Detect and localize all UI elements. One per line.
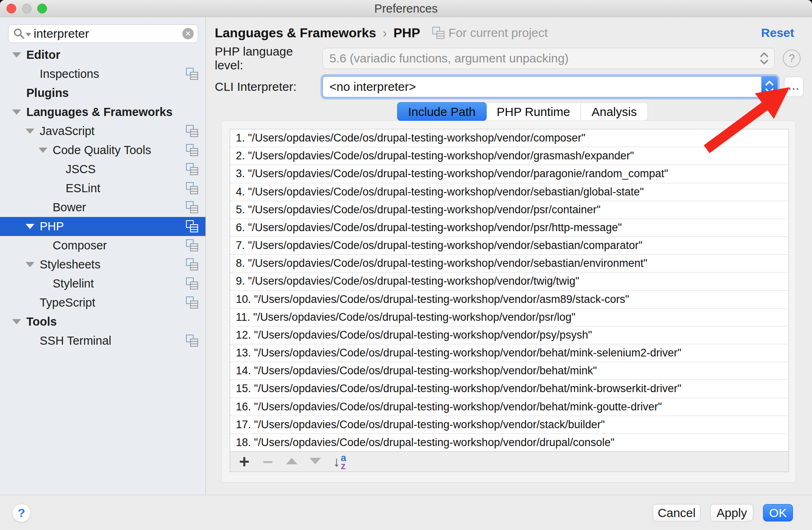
sidebar-item-editor[interactable]: Editor (0, 45, 205, 64)
sidebar-item-tools[interactable]: Tools (0, 312, 205, 331)
include-path-row[interactable]: 14. "/Users/opdavies/Code/os/drupal-test… (230, 362, 788, 380)
sidebar-item-label: JSCS (66, 160, 96, 179)
breadcrumb-root[interactable]: Languages & Frameworks (215, 26, 376, 41)
sidebar-item-label: Stylelint (53, 274, 94, 293)
content-header: Languages & Frameworks › PHP For current… (215, 24, 794, 41)
include-path-row[interactable]: 15. "/Users/opdavies/Code/os/drupal-test… (230, 380, 788, 398)
cli-interpreter-value: <no interpreter> (329, 80, 416, 94)
sidebar-item-stylelint[interactable]: Stylelint (0, 274, 205, 293)
sidebar-item-typescript[interactable]: TypeScript (0, 293, 205, 312)
sidebar-item-label: Composer (53, 236, 107, 255)
tab-include-path[interactable]: Include Path (397, 102, 487, 121)
include-path-row[interactable]: 18. "/Users/opdavies/Code/os/drupal-test… (230, 434, 788, 451)
sidebar-item-label: ESLint (66, 179, 100, 198)
sidebar-item-label: PHP (40, 217, 64, 236)
cli-interpreter-row: CLI Interpreter: <no interpreter> ... (215, 75, 803, 99)
include-path-row[interactable]: 12. "/Users/opdavies/Code/os/drupal-test… (230, 326, 788, 344)
language-level-value: 5.6 (variadic functions, argument unpack… (329, 51, 758, 65)
list-toolbar: + − ↓ a z (230, 451, 788, 472)
sidebar-item-code-quality-tools[interactable]: Code Quality Tools (0, 141, 205, 160)
settings-sidebar: ✕ EditorInspectionsPluginsLanguages & Fr… (0, 17, 206, 495)
include-path-row[interactable]: 13. "/Users/opdavies/Code/os/drupal-test… (230, 344, 788, 362)
per-project-settings-icon (186, 163, 198, 175)
disclosure-triangle-icon[interactable] (26, 262, 34, 267)
disclosure-triangle-icon[interactable] (26, 224, 34, 229)
include-path-row[interactable]: 3. "/Users/opdavies/Code/os/drupal-testi… (230, 165, 788, 183)
stepper-icon (761, 76, 778, 97)
move-up-icon[interactable] (286, 458, 297, 464)
footer-bar: ? Cancel Apply OK (0, 495, 812, 530)
per-project-settings-icon (186, 68, 198, 80)
php-settings-tabs: Include Path PHP Runtime Analysis (397, 102, 648, 121)
window-title: Preferences (0, 0, 812, 17)
language-level-label: PHP language level: (215, 45, 323, 72)
remove-path-icon[interactable]: − (263, 453, 286, 471)
sidebar-item-label: Code Quality Tools (53, 141, 151, 160)
sidebar-item-ssh-terminal[interactable]: SSH Terminal (0, 331, 205, 350)
include-path-panel: 1. "/Users/opdavies/Code/os/drupal-testi… (221, 120, 796, 483)
sidebar-item-plugins[interactable]: Plugins (0, 84, 205, 103)
sidebar-item-stylesheets[interactable]: Stylesheets (0, 255, 205, 274)
sidebar-item-composer[interactable]: Composer (0, 236, 205, 255)
ok-button[interactable]: OK (763, 504, 793, 521)
disclosure-triangle-icon[interactable] (12, 319, 21, 324)
include-path-row[interactable]: 2. "/Users/opdavies/Code/os/drupal-testi… (230, 147, 788, 165)
scope-indicator: For current project (432, 26, 548, 40)
sidebar-item-bower[interactable]: Bower (0, 198, 205, 217)
sidebar-item-php[interactable]: PHP (0, 217, 205, 236)
include-path-row[interactable]: 16. "/Users/opdavies/Code/os/drupal-test… (230, 398, 788, 416)
include-path-row[interactable]: 11. "/Users/opdavies/Code/os/drupal-test… (230, 309, 788, 326)
tab-php-runtime[interactable]: PHP Runtime (486, 102, 581, 121)
disclosure-triangle-icon[interactable] (12, 109, 21, 115)
search-options-caret-icon[interactable] (26, 33, 31, 36)
add-path-icon[interactable]: + (239, 453, 263, 471)
sidebar-item-label: Tools (26, 312, 57, 331)
apply-button[interactable]: Apply (710, 504, 753, 521)
include-path-row[interactable]: 7. "/Users/opdavies/Code/os/drupal-testi… (230, 237, 788, 255)
per-project-settings-icon (186, 144, 198, 156)
reset-link[interactable]: Reset (761, 24, 794, 41)
search-icon (13, 28, 25, 39)
per-project-settings-icon (186, 125, 198, 137)
sidebar-item-label: Stylesheets (40, 255, 100, 274)
sidebar-item-label: SSH Terminal (40, 331, 111, 350)
cli-interpreter-select[interactable]: <no interpreter> (323, 76, 778, 97)
include-path-row[interactable]: 10. "/Users/opdavies/Code/os/drupal-test… (230, 291, 788, 309)
include-path-row[interactable]: 5. "/Users/opdavies/Code/os/drupal-testi… (230, 201, 788, 219)
move-down-icon[interactable] (310, 458, 321, 464)
language-level-select[interactable]: 5.6 (variadic functions, argument unpack… (323, 48, 775, 69)
sidebar-item-inspections[interactable]: Inspections (0, 64, 205, 84)
include-path-row[interactable]: 6. "/Users/opdavies/Code/os/drupal-testi… (230, 219, 788, 237)
search-input[interactable] (34, 27, 182, 41)
sidebar-item-eslint[interactable]: ESLint (0, 179, 205, 198)
sidebar-item-languages-frameworks[interactable]: Languages & Frameworks (0, 103, 205, 122)
include-path-listbox: 1. "/Users/opdavies/Code/os/drupal-testi… (230, 129, 789, 472)
disclosure-triangle-icon[interactable] (38, 148, 47, 153)
include-path-row[interactable]: 8. "/Users/opdavies/Code/os/drupal-testi… (230, 255, 788, 273)
browse-interpreters-button[interactable]: ... (784, 77, 803, 97)
per-project-settings-icon (186, 277, 198, 290)
language-level-help-icon[interactable]: ? (783, 49, 801, 67)
disclosure-triangle-icon[interactable] (26, 129, 34, 134)
settings-search-box[interactable]: ✕ (8, 24, 198, 43)
stepper-icon (758, 52, 770, 65)
sidebar-item-jscs[interactable]: JSCS (0, 160, 205, 179)
include-path-row[interactable]: 17. "/Users/opdavies/Code/os/drupal-test… (230, 416, 788, 434)
per-project-settings-icon (186, 182, 198, 194)
tab-analysis[interactable]: Analysis (581, 102, 648, 121)
sort-alphabetically-icon[interactable]: ↓ a z (333, 454, 346, 470)
include-path-row[interactable]: 1. "/Users/opdavies/Code/os/drupal-testi… (230, 129, 788, 147)
sidebar-item-javascript[interactable]: JavaScript (0, 122, 205, 141)
per-project-settings-icon (186, 239, 198, 251)
include-path-list: 1. "/Users/opdavies/Code/os/drupal-testi… (230, 129, 788, 451)
scope-label: For current project (449, 26, 548, 40)
include-path-row[interactable]: 9. "/Users/opdavies/Code/os/drupal-testi… (230, 273, 788, 290)
cli-interpreter-label: CLI Interpreter: (215, 80, 323, 94)
include-path-row[interactable]: 4. "/Users/opdavies/Code/os/drupal-testi… (230, 183, 788, 201)
per-project-settings-icon (186, 335, 198, 347)
cancel-button[interactable]: Cancel (653, 504, 701, 521)
clear-search-icon[interactable]: ✕ (182, 28, 194, 39)
help-button[interactable]: ? (12, 504, 31, 522)
disclosure-triangle-icon[interactable] (12, 52, 21, 58)
per-project-settings-icon (186, 201, 198, 213)
